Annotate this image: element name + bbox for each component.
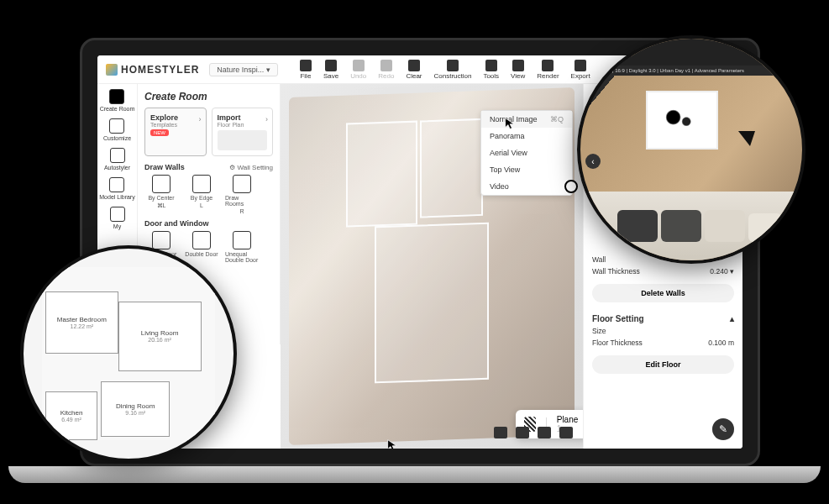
floorplan-thumb-icon — [218, 130, 268, 150]
render-normal-image[interactable]: Normal Image⌘Q — [481, 111, 572, 128]
ink-artwork — [660, 106, 704, 134]
wall-art-frame — [646, 91, 718, 150]
construction-icon — [447, 60, 459, 71]
toolbar-tools[interactable]: Tools — [483, 60, 499, 80]
export-icon — [575, 60, 586, 71]
wall-label: Wall — [592, 255, 606, 264]
floor-thickness-value[interactable]: 0.100 — [708, 339, 726, 347]
tools-icon — [485, 60, 497, 71]
wall-by-center-tool[interactable]: By Center⌘L — [144, 175, 178, 214]
toolbar-items: File Save Undo Redo Clear Construction T… — [300, 60, 590, 80]
single-door-icon — [152, 231, 171, 249]
cursor-icon — [504, 117, 517, 130]
user-icon — [110, 207, 125, 222]
wall-by-edge-tool[interactable]: By EdgeL — [185, 175, 218, 214]
magic-icon — [110, 148, 125, 163]
render-aerial-view[interactable]: Aerial View — [481, 144, 572, 161]
plus-icon — [109, 89, 124, 104]
wall-center-icon — [152, 175, 171, 193]
wall-lamp-icon — [738, 131, 755, 146]
file-icon — [300, 60, 312, 71]
sidebar-item-my[interactable]: My — [110, 207, 125, 229]
sidebar-item-create-room[interactable]: Create Room — [100, 89, 135, 112]
undo-icon — [353, 60, 365, 71]
save-icon — [325, 60, 337, 71]
logo-icon — [106, 64, 118, 76]
sidebar-item-customize[interactable]: Customize — [103, 118, 131, 141]
floor-thickness-label: Floor Thickness — [592, 339, 643, 347]
laptop-base — [8, 466, 821, 483]
callout-marker — [564, 180, 578, 193]
more-icon[interactable] — [559, 427, 573, 438]
wall-thickness-value[interactable]: 0.240 — [710, 267, 727, 276]
door-window-heading: Door and Window — [144, 219, 273, 228]
collapse-icon[interactable]: ▴ — [730, 314, 734, 323]
double-door-tool[interactable]: Double Door — [185, 231, 218, 263]
project-dropdown[interactable]: Nature Inspi... ▾ — [209, 63, 278, 76]
toolbar-render[interactable]: Render — [537, 60, 559, 80]
help-fab-icon[interactable]: ✎ — [712, 418, 734, 440]
camera-angle-icon[interactable] — [494, 427, 507, 438]
pillow — [661, 210, 701, 242]
canvas-action-icons — [494, 427, 573, 438]
sidebar-item-autostyler[interactable]: Autostyler — [104, 148, 130, 171]
import-floorplan-card[interactable]: Import Floor Plan › — [212, 108, 274, 156]
settings-icon[interactable] — [538, 427, 551, 438]
pillow — [705, 210, 745, 242]
toolbar-construction[interactable]: Construction — [434, 60, 472, 80]
new-badge: NEW — [150, 129, 169, 136]
toolbar-view[interactable]: View — [511, 60, 525, 80]
room-dining-room[interactable]: Dining Room9.16 m² — [101, 381, 170, 437]
double-door-icon — [192, 231, 211, 249]
toolbar-redo[interactable]: Redo — [378, 60, 394, 80]
prev-render-icon[interactable]: ‹ — [585, 154, 601, 169]
draw-rooms-tool[interactable]: Draw RoomsR — [225, 175, 259, 214]
view-icon — [512, 60, 524, 71]
room-living-room[interactable]: Living Room20.16 m² — [118, 302, 202, 370]
cursor-icon — [386, 438, 400, 449]
render-info-bar: 2K/Normal | 16:9 | Daylight 3.0 | Urban … — [580, 66, 802, 76]
wall-setting-link[interactable]: ⚙ Wall Setting — [229, 164, 273, 171]
render-top-view[interactable]: Top View — [481, 161, 572, 178]
sidebar-item-model-library[interactable]: Model Library — [99, 177, 134, 200]
draw-walls-heading: Draw Walls — [144, 163, 185, 171]
render-dropdown-menu: Normal Image⌘Q Panorama Aerial View Top … — [480, 110, 573, 196]
camera-icon — [542, 60, 554, 71]
toolbar-export[interactable]: Export — [571, 60, 590, 80]
toolbar-undo[interactable]: Undo — [350, 60, 366, 80]
draw-rooms-icon — [233, 175, 251, 193]
edit-floor-button[interactable]: Edit Floor — [592, 355, 734, 374]
room-master-bedroom[interactable]: Master Bedroom12.22 m² — [45, 291, 118, 354]
pillow — [748, 213, 782, 242]
toolbar-clear[interactable]: Clear — [406, 60, 422, 80]
room-kitchen[interactable]: Kitchen6.49 m² — [45, 391, 97, 440]
delete-walls-button[interactable]: Delete Walls — [592, 284, 734, 302]
render-video[interactable]: Video — [481, 178, 572, 195]
unequal-door-icon — [233, 231, 251, 249]
chevron-right-icon: › — [199, 115, 202, 123]
render-panorama[interactable]: Panorama — [481, 128, 572, 144]
render-preview-circle: ‹ Back 2K/Normal | 16:9 | Daylight 3.0 |… — [577, 35, 805, 264]
app-name: HOMESTYLER — [121, 64, 199, 76]
unequal-double-door-tool[interactable]: Unequal Double Door — [225, 231, 259, 263]
toolbar-save[interactable]: Save — [323, 60, 338, 80]
customize-icon — [109, 118, 124, 134]
floorplan-2d: Master Bedroom12.22 m² Living Room20.16 … — [42, 267, 215, 440]
wall-thickness-label: Wall Thickness — [592, 267, 640, 276]
wall-edge-icon — [192, 175, 211, 193]
toolbar-file[interactable]: File — [300, 60, 312, 80]
panel-title: Create Room — [144, 91, 273, 102]
floor-setting-heading: Floor Setting — [592, 314, 644, 323]
pillow — [617, 210, 658, 242]
floorplan-zoom-circle: Master Bedroom12.22 m² Living Room20.16 … — [20, 245, 237, 462]
camera-angle-2-icon[interactable] — [516, 427, 529, 438]
redo-icon — [380, 60, 392, 71]
size-label: Size — [592, 327, 606, 335]
library-icon — [109, 177, 124, 192]
clear-icon — [408, 60, 420, 71]
app-logo[interactable]: HOMESTYLER — [106, 64, 199, 76]
explore-templates-card[interactable]: Explore Templates NEW › — [144, 108, 207, 156]
chevron-right-icon: › — [265, 115, 268, 123]
